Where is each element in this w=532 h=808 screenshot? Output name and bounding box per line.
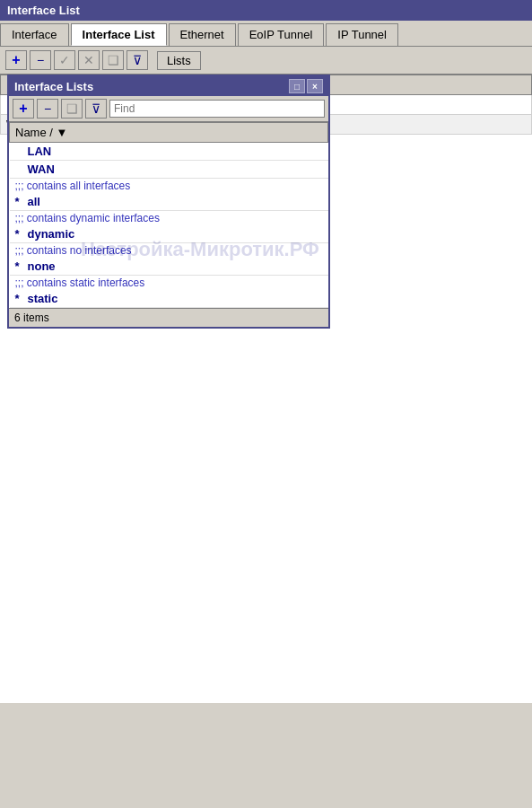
list-item[interactable]: WAN xyxy=(22,161,328,179)
popup-add-button[interactable]: + xyxy=(13,99,34,119)
list-item[interactable]: all xyxy=(22,193,328,211)
tab-bar: Interface Interface List Ethernet EoIP T… xyxy=(0,21,532,47)
title-bar: Interface List xyxy=(0,0,532,21)
popup-title-controls: □ × xyxy=(289,79,323,93)
tab-interface[interactable]: Interface xyxy=(0,23,69,46)
lists-button[interactable]: Lists xyxy=(157,51,201,70)
row-star: * xyxy=(10,258,22,276)
popup-title-bar: Interface Lists □ × xyxy=(9,76,328,96)
row-star: * xyxy=(10,225,22,243)
popup-sort-slash: / xyxy=(49,126,53,139)
row-star: * xyxy=(10,193,22,211)
list-item[interactable]: LAN xyxy=(22,143,328,161)
toolbar: + − ✓ ✕ ❑ ⊽ Lists xyxy=(0,47,532,75)
popup-title-label: Interface Lists xyxy=(14,80,93,93)
popup-sort-arrow: ▼ xyxy=(57,126,68,139)
copy-button[interactable]: ❑ xyxy=(102,50,124,70)
popup-filter-button[interactable]: ⊽ xyxy=(85,99,107,119)
popup-table: Name / ▼ LANWAN;;; contains all interfac… xyxy=(9,122,328,308)
popup-maximize-button[interactable]: □ xyxy=(289,79,305,93)
list-item[interactable]: static xyxy=(22,290,328,308)
popup-interface-lists: Interface Lists □ × + − xyxy=(7,75,330,329)
row-star xyxy=(10,161,22,179)
remove-button[interactable]: − xyxy=(30,50,51,70)
filter-button[interactable]: ⊽ xyxy=(126,50,148,70)
popup-copy-button[interactable]: ❑ xyxy=(61,99,83,119)
cross-button[interactable]: ✕ xyxy=(78,50,100,70)
list-item[interactable]: dynamic xyxy=(22,225,328,243)
list-item[interactable]: none xyxy=(22,258,328,276)
tab-eoip-tunnel[interactable]: EoIP Tunnel xyxy=(238,23,325,46)
app-window: Interface List Interface Interface List … xyxy=(0,0,532,808)
tab-ethernet[interactable]: Ethernet xyxy=(169,23,236,46)
check-button[interactable]: ✓ xyxy=(54,50,75,70)
popup-remove-button[interactable]: − xyxy=(37,99,58,119)
popup-footer: 6 items xyxy=(9,308,328,327)
title-label: Interface List xyxy=(7,4,80,17)
main-content: List / Interface LAN bridgeLAN WAN ether… xyxy=(0,75,532,703)
tab-interface-list[interactable]: Interface List xyxy=(71,23,167,46)
popup-col-name: Name / ▼ xyxy=(10,123,328,143)
row-star: * xyxy=(10,290,22,308)
popup-find-input[interactable] xyxy=(109,100,325,118)
row-star xyxy=(10,143,22,161)
add-button[interactable]: + xyxy=(5,50,27,70)
tab-ip-tunnel[interactable]: IP Tunnel xyxy=(326,23,398,46)
popup-close-button[interactable]: × xyxy=(307,79,323,93)
popup-toolbar: + − ❑ ⊽ xyxy=(9,96,328,122)
